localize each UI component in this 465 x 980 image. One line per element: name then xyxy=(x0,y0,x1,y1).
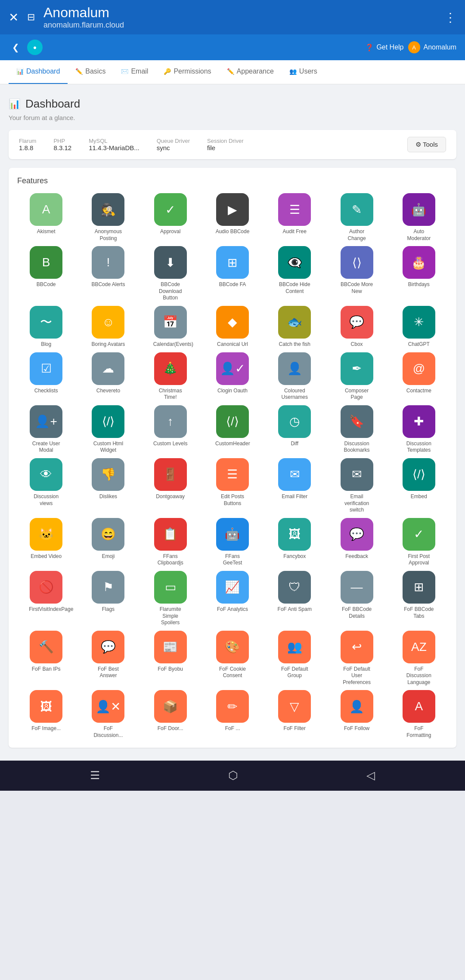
feature-icon[interactable]: ◷ xyxy=(278,405,311,438)
feature-icon[interactable]: 📰 xyxy=(154,631,187,663)
feature-icon[interactable]: ✓ xyxy=(154,193,187,226)
feature-icon[interactable]: 🤖 xyxy=(403,193,435,226)
feature-icon[interactable]: ✒ xyxy=(341,352,373,385)
feature-label: FoF Discussion... xyxy=(91,725,125,739)
feature-item: ◷Diff xyxy=(266,405,323,454)
feature-icon[interactable]: ▶ xyxy=(216,193,249,226)
feature-icon[interactable]: — xyxy=(341,571,373,604)
feature-icon[interactable]: 🐟 xyxy=(278,306,311,339)
feature-icon[interactable]: 👤+ xyxy=(30,405,62,438)
feature-icon[interactable]: ⊞ xyxy=(403,571,435,604)
feature-icon[interactable]: 🔨 xyxy=(30,631,62,663)
feature-icon[interactable]: 👎 xyxy=(92,458,124,491)
feature-icon[interactable]: 🛡 xyxy=(278,571,311,604)
feature-icon[interactable]: ☁ xyxy=(92,352,124,385)
feature-icon[interactable]: 📈 xyxy=(216,571,249,604)
feature-icon[interactable]: ✏ xyxy=(216,690,249,723)
feature-icon[interactable]: ⬇ xyxy=(154,246,187,279)
feature-item: 💬FoF Best Answer xyxy=(79,631,137,686)
feature-icon[interactable]: A xyxy=(30,193,62,226)
user-menu[interactable]: A Anomalum xyxy=(408,41,456,53)
feature-icon[interactable]: ✉ xyxy=(341,458,373,491)
feature-icon[interactable]: ! xyxy=(92,246,124,279)
feature-icon[interactable]: 🐱 xyxy=(30,518,62,551)
feature-icon[interactable]: ☺ xyxy=(92,306,124,339)
feature-icon[interactable]: 🚪 xyxy=(154,458,187,491)
feature-label: Cbox xyxy=(351,341,363,348)
feature-icon[interactable]: 🚫 xyxy=(30,571,62,604)
feature-icon[interactable]: 👁 xyxy=(30,458,62,491)
feature-icon[interactable]: ◆ xyxy=(216,306,249,339)
feature-icon[interactable]: ✓ xyxy=(403,518,435,551)
feature-icon[interactable]: ▽ xyxy=(278,690,311,723)
tab-basics[interactable]: ✏️Basics xyxy=(68,60,113,84)
tab-permissions[interactable]: 🔑Permissions xyxy=(156,60,219,84)
feature-icon[interactable]: ↩ xyxy=(341,631,373,663)
bottom-nav-back[interactable]: ◁ xyxy=(366,769,375,782)
feature-icon[interactable]: ⟨/⟩ xyxy=(403,458,435,491)
feature-icon[interactable]: 🔖 xyxy=(341,405,373,438)
feature-icon[interactable]: 👤✕ xyxy=(92,690,124,723)
feature-icon[interactable]: 〜 xyxy=(30,306,62,339)
tab-dashboard[interactable]: 📊Dashboard xyxy=(9,60,68,84)
feature-icon[interactable]: ⟨/⟩ xyxy=(216,405,249,438)
feature-label: Create User Modal xyxy=(29,441,63,454)
feature-icon[interactable]: ☰ xyxy=(278,193,311,226)
feature-label: Flags xyxy=(102,606,115,613)
feature-icon[interactable]: A xyxy=(403,690,435,723)
back-button[interactable]: ❮ xyxy=(9,39,23,56)
close-icon[interactable]: ✕ xyxy=(9,10,19,25)
feature-icon[interactable]: 💬 xyxy=(341,518,373,551)
avatar: A xyxy=(408,41,420,53)
feature-icon[interactable]: 🕵 xyxy=(92,193,124,226)
feature-icon[interactable]: 🎄 xyxy=(154,352,187,385)
feature-item: 🛡FoF Anti Spam xyxy=(266,571,323,626)
feature-item: 🖼Fancybox xyxy=(266,518,323,567)
feature-icon[interactable]: ⊞ xyxy=(216,246,249,279)
feature-icon[interactable]: 🖼 xyxy=(30,690,62,723)
feature-icon[interactable]: 😄 xyxy=(92,518,124,551)
feature-icon[interactable]: ⚑ xyxy=(92,571,124,604)
feature-icon[interactable]: 🎨 xyxy=(216,631,249,663)
feature-icon[interactable]: ☰ xyxy=(216,458,249,491)
more-options-icon[interactable]: ⋮ xyxy=(444,10,456,25)
feature-icon[interactable]: 📦 xyxy=(154,690,187,723)
feature-icon[interactable]: 👁‍🗨 xyxy=(278,246,311,279)
info-item: Queue Driversync xyxy=(157,138,190,152)
tab-users[interactable]: 👥Users xyxy=(282,60,325,84)
feature-icon[interactable]: 📅 xyxy=(154,306,187,339)
feature-icon[interactable]: 📋 xyxy=(154,518,187,551)
bottom-nav-home[interactable]: ⬡ xyxy=(228,769,238,782)
bottom-nav-menu[interactable]: ☰ xyxy=(90,769,100,782)
feature-item: ▽FoF Filter xyxy=(266,690,323,739)
nav-bar: ❮ ● ❓ Get Help A Anomalum xyxy=(0,34,465,60)
feature-icon[interactable]: 👤 xyxy=(341,690,373,723)
tab-email[interactable]: ✉️Email xyxy=(113,60,156,84)
feature-icon[interactable]: 💬 xyxy=(92,631,124,663)
feature-icon[interactable]: 💬 xyxy=(341,306,373,339)
feature-icon[interactable]: 👥 xyxy=(278,631,311,663)
feature-icon[interactable]: ⟨⟩ xyxy=(341,246,373,279)
feature-icon[interactable]: 👤 xyxy=(278,352,311,385)
feature-icon[interactable]: ↑ xyxy=(154,405,187,438)
get-help-link[interactable]: ❓ Get Help xyxy=(365,43,403,52)
tab-appearance[interactable]: ✏️Appearance xyxy=(219,60,282,84)
feature-label: Email verification switch xyxy=(340,493,374,514)
feature-icon[interactable]: ✚ xyxy=(403,405,435,438)
feature-icon[interactable]: ✉ xyxy=(278,458,311,491)
tools-button[interactable]: ⚙ Tools xyxy=(407,137,446,152)
feature-icon[interactable]: @ xyxy=(403,352,435,385)
feature-icon[interactable]: 👤✓ xyxy=(216,352,249,385)
feature-icon[interactable]: ☑ xyxy=(30,352,62,385)
bottom-nav: ☰ ⬡ ◁ xyxy=(0,761,465,791)
feature-icon[interactable]: ✳ xyxy=(403,306,435,339)
feature-icon[interactable]: ✎ xyxy=(341,193,373,226)
feature-icon[interactable]: 🤖 xyxy=(216,518,249,551)
feature-icon[interactable]: ⟨/⟩ xyxy=(92,405,124,438)
feature-icon[interactable]: B xyxy=(30,246,62,279)
feature-icon[interactable]: 🎂 xyxy=(403,246,435,279)
menu-icon[interactable]: ⊟ xyxy=(27,12,35,23)
feature-icon[interactable]: AZ xyxy=(403,631,435,663)
feature-icon[interactable]: 🖼 xyxy=(278,518,311,551)
feature-icon[interactable]: ▭ xyxy=(154,571,187,604)
